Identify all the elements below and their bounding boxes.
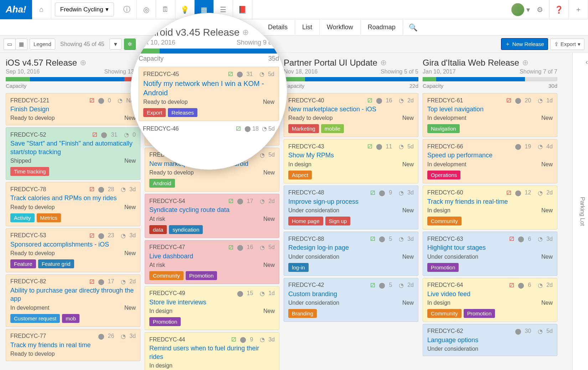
- tag[interactable]: Home page: [288, 217, 323, 225]
- card-metrics: ⚂ ⬤ 5 ◔ 3d: [370, 235, 414, 242]
- tag[interactable]: Sign up: [325, 217, 351, 225]
- home-icon[interactable]: ⌂: [32, 0, 51, 19]
- feature-card[interactable]: FREDCYC-63 ⚂ ⬤ 6 ◔ 3d Highlight tour sta…: [423, 232, 557, 275]
- points-icon: ⬤: [379, 235, 385, 242]
- tag[interactable]: Feature grid: [38, 259, 74, 268]
- tab-roadmap[interactable]: Roadmap: [361, 19, 403, 36]
- toolbar: ▭ ▦ Legend Showing 45 of 45 ▼ ✲ ＋ New Re…: [0, 36, 588, 53]
- card-state: New: [402, 254, 414, 260]
- points-icon: ⬤: [518, 235, 524, 242]
- clock-icon: ◔: [124, 131, 129, 138]
- feature-card[interactable]: FREDCYC-88 ⚂ ⬤ 5 ◔ 3d Redesign log-in pa…: [284, 232, 418, 275]
- add-feature-icon[interactable]: ⊕: [80, 58, 86, 67]
- tab-list[interactable]: List: [295, 19, 320, 36]
- feature-card[interactable]: FREDCYC-62 ⬤ 30 ◔ 5d Language options Un…: [423, 324, 557, 356]
- add-feature-icon[interactable]: ⊕: [242, 28, 249, 37]
- card-metrics: ⚂ ⬤ 0 ◔ N/A: [89, 97, 136, 104]
- feature-card[interactable]: FREDCYC-47 ⚂ ⬤ 16 ◔ 5d Live dashboard At…: [145, 240, 279, 284]
- card-metrics: ⚂ ⬤ 31 ◔ 5d: [228, 71, 274, 77]
- card-title: Language options: [427, 336, 553, 344]
- tag[interactable]: Promotion: [149, 317, 181, 326]
- tag[interactable]: Android: [149, 179, 175, 188]
- view-card-icon[interactable]: ▭: [4, 39, 16, 50]
- search-input[interactable]: 🔍: [403, 23, 588, 32]
- points-icon: ⬤: [515, 189, 521, 196]
- tag[interactable]: Operations: [427, 171, 460, 179]
- feature-card[interactable]: FREDCYC-82 ⚂ ⬤ 17 ◔ 2d Ability to purcha…: [6, 274, 140, 327]
- tag[interactable]: Promotion: [464, 309, 495, 318]
- tag[interactable]: Community: [427, 309, 461, 318]
- feature-card[interactable]: FREDCYC-49 ⬤ 15 ◔ 1d Store live intervie…: [145, 286, 279, 330]
- card-status: In development: [427, 115, 466, 121]
- feature-card[interactable]: FREDCYC-44 ⚂ ⬤ 9 ◔ 3d Remind users when …: [145, 332, 279, 370]
- filter-icon[interactable]: ▼: [109, 39, 122, 50]
- tag[interactable]: Community: [149, 271, 184, 280]
- calendar-icon[interactable]: 🗓: [156, 0, 175, 19]
- tag[interactable]: data: [149, 225, 167, 234]
- card-metrics: ⬤ 15 ◔ 1d: [237, 290, 275, 297]
- feature-card[interactable]: FREDCYC-121 ⚂ ⬤ 0 ◔ N/A Finish Design Re…: [6, 93, 140, 125]
- tag[interactable]: Feature: [10, 259, 36, 268]
- gear-icon[interactable]: ⚙: [530, 0, 550, 19]
- feature-card[interactable]: FREDCYC-64 ⚂ ⬤ 6 ◔ 2d Live video feed In…: [423, 278, 557, 322]
- feature-card[interactable]: FREDCYC-66 ⬤ 19 ◔ 4d Speed up performanc…: [423, 139, 557, 183]
- tab-workflow[interactable]: Workflow: [320, 19, 361, 36]
- settings-gear-icon[interactable]: ✲: [124, 39, 136, 50]
- tag[interactable]: Export: [143, 108, 166, 117]
- tag[interactable]: Marketing: [288, 124, 319, 133]
- feature-card[interactable]: FREDCYC-78 ⚂ ⬤ 28 ◔ 3d Track calories an…: [6, 182, 140, 226]
- feature-card[interactable]: FREDCYC-42 ⚂ ⬤ 5 ◔ 2d Custom branding Un…: [284, 278, 418, 322]
- tag[interactable]: Releases: [168, 108, 197, 117]
- tag[interactable]: mob: [62, 314, 79, 323]
- feature-card[interactable]: FREDCYC-43 ⚂ ⬤ 11 ◔ 5d Show My RPMs In d…: [284, 139, 418, 183]
- feature-card[interactable]: FREDCYC-40 ⚂ ⬤ 16 ◔ 2d New marketplace s…: [284, 93, 418, 137]
- tag[interactable]: Branding: [288, 309, 317, 318]
- card-id: FREDCYC-43: [288, 143, 324, 150]
- user-menu[interactable]: ▾: [511, 0, 530, 19]
- add-feature-icon[interactable]: ⊕: [380, 58, 387, 67]
- tag[interactable]: Aspect: [288, 171, 312, 179]
- export-button[interactable]: ⇪ Export ▾: [550, 39, 584, 50]
- target-icon[interactable]: ◎: [137, 0, 156, 19]
- clock-icon: ◔: [121, 278, 126, 285]
- card-id: FREDCYC-78: [10, 186, 46, 193]
- card-metrics: ⚂ ⬤ 16 ◔ 5d: [228, 244, 275, 251]
- tag[interactable]: Navigation: [427, 124, 460, 133]
- clock-icon: ◔: [260, 152, 265, 158]
- tab-details[interactable]: Details: [261, 19, 295, 36]
- tag[interactable]: syndication: [169, 225, 203, 234]
- progress-segment: [305, 77, 418, 81]
- feature-card[interactable]: FREDCYC-53 ⚂ ⬤ 23 ◔ 3d Sponsored accompl…: [6, 228, 140, 272]
- feature-card[interactable]: FREDCYC-60 ⚂ ⬤ 12 ◔ 2d Track my friends …: [423, 186, 557, 229]
- help-icon[interactable]: ❓: [550, 0, 569, 19]
- points-icon: ⬤: [98, 278, 104, 285]
- feature-card[interactable]: FREDCYC-45 ⚂ ⬤ 31 ◔ 5d Notify my network…: [139, 67, 279, 121]
- new-release-button[interactable]: ＋ New Release: [501, 38, 548, 50]
- logo[interactable]: Aha!: [0, 0, 32, 19]
- tag[interactable]: Time tracking: [10, 167, 49, 176]
- tag[interactable]: Customer request: [10, 314, 60, 323]
- tag[interactable]: Activity: [10, 213, 35, 222]
- feature-card[interactable]: FREDCYC-48 ⚂ ⬤ 9 ◔ 3d Improve sign-up pr…: [284, 186, 418, 229]
- clock-icon: ◔: [538, 282, 543, 289]
- feature-card[interactable]: FREDCYC-54 ⚂ ⬤ 17 ◔ 2d Syndicate cycling…: [145, 194, 279, 238]
- feature-card[interactable]: FREDCYC-77 ⬤ 26 ◔ 3d Track my friends in…: [6, 329, 140, 361]
- add-feature-icon[interactable]: ⊕: [522, 58, 528, 67]
- info-icon[interactable]: ⓘ: [118, 0, 137, 19]
- card-title: Custom branding: [288, 290, 414, 298]
- notebook-icon[interactable]: 📕: [233, 0, 252, 19]
- tag[interactable]: mobile: [321, 124, 344, 133]
- tag[interactable]: log-in: [288, 263, 309, 272]
- tag[interactable]: Metrics: [37, 213, 61, 222]
- parking-lot-toggle[interactable]: Parking Lot: [572, 53, 588, 370]
- tag[interactable]: Promotion: [427, 263, 459, 272]
- column-date: Sep 10, 2016: [6, 69, 40, 75]
- plus-icon[interactable]: ＋: [569, 0, 588, 19]
- product-selector[interactable]: Fredwin Cycling ▾: [55, 2, 114, 16]
- feature-card[interactable]: FREDCYC-61 ⚂ ⬤ 20 ◔ 1d Top level navigat…: [423, 93, 557, 137]
- legend-button[interactable]: Legend: [30, 39, 55, 50]
- tag[interactable]: Community: [427, 217, 461, 225]
- feature-card[interactable]: FREDCYC-52 ⚂ ⬤ 31 ◔ 0 Save "Start" and "…: [6, 127, 140, 180]
- view-grid-icon[interactable]: ▦: [15, 39, 27, 50]
- tag[interactable]: Promotion: [186, 271, 217, 280]
